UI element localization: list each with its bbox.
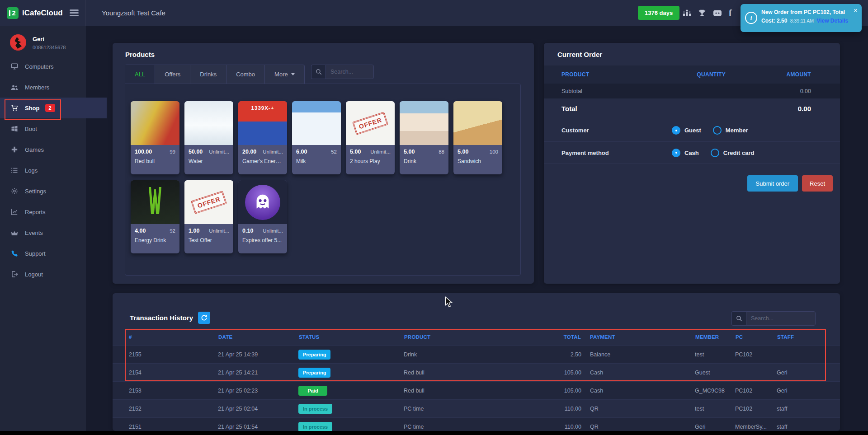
reset-button[interactable]: Reset: [802, 175, 833, 192]
product-image: [453, 101, 502, 145]
user-profile[interactable]: Geri 008612345678: [0, 26, 86, 51]
sidebar-item-logs[interactable]: Logs: [0, 160, 86, 181]
current-order-title: Current Order: [557, 51, 602, 58]
cell-id: 2152: [113, 400, 218, 418]
cell-pc: PC102: [735, 382, 777, 400]
product-card[interactable]: OFFER1.00Unlimit...Test Offer: [184, 180, 233, 253]
sidebar-item-settings[interactable]: Settings: [0, 181, 86, 201]
product-stock: 92: [170, 228, 175, 234]
cell-status: Paid: [298, 382, 404, 400]
refresh-button[interactable]: [198, 312, 210, 324]
product-card[interactable]: 6.0052Milk: [292, 101, 341, 174]
sidebar-item-support[interactable]: Support: [0, 243, 86, 264]
customer-option-member[interactable]: Member: [713, 126, 748, 135]
tab-more[interactable]: More: [265, 65, 304, 84]
cell-id: 2151: [113, 418, 218, 431]
view-details-link[interactable]: View Details: [816, 18, 848, 24]
product-image: 1339X-+: [238, 101, 287, 145]
settings-icon: [10, 187, 19, 195]
close-icon[interactable]: ✕: [854, 8, 858, 13]
cell-member: Geri: [695, 418, 735, 431]
cell-total: 2.50: [539, 346, 581, 364]
discord-icon[interactable]: [713, 9, 722, 17]
product-card[interactable]: 5.0088Drink: [400, 101, 448, 174]
product-card[interactable]: 50.00Unlimit...Water: [184, 101, 233, 174]
cell-total: 110.00: [539, 418, 581, 431]
column-quantity: QUANTITY: [666, 71, 756, 78]
sidebar-item-games[interactable]: Games: [0, 139, 86, 160]
product-stock: Unlimit...: [209, 228, 229, 234]
sidebar-menu: ComputersMembersShop2BootGamesLogsSettin…: [0, 56, 86, 285]
tab-drinks[interactable]: Drinks: [190, 65, 226, 84]
tab-all[interactable]: ALL: [125, 65, 155, 84]
ranking-icon[interactable]: [683, 9, 691, 17]
radio-unselected-icon[interactable]: [713, 126, 722, 135]
transaction-row[interactable]: 215121 Apr 25 01:54In processPC time110.…: [113, 418, 840, 431]
transaction-row[interactable]: 215521 Apr 25 14:39PreparingDrink2.50Bal…: [113, 346, 840, 364]
product-image: OFFER: [346, 101, 395, 145]
cell-member: Guest: [695, 364, 735, 382]
trophy-icon[interactable]: [698, 9, 706, 17]
product-name: Energy Drink: [135, 237, 175, 243]
radio-selected-icon[interactable]: [672, 126, 680, 135]
radio-unselected-icon[interactable]: [711, 149, 719, 157]
product-card[interactable]: 100.0099Red bull: [131, 101, 179, 174]
tab-offers[interactable]: Offers: [155, 65, 190, 84]
product-card[interactable]: 5.00100Sandwich: [453, 101, 502, 174]
sidebar-item-reports[interactable]: Reports: [0, 201, 86, 222]
product-card[interactable]: 1339X-+20.00Unlimit...Gamer's Energ...: [238, 101, 287, 174]
sidebar-item-label: Logout: [25, 271, 43, 278]
column-payment[interactable]: PAYMENT: [581, 328, 695, 346]
submit-order-button[interactable]: Submit order: [747, 175, 798, 192]
sidebar-item-boot[interactable]: Boot: [0, 118, 86, 139]
product-name: 2 hours Play: [350, 158, 391, 164]
tab-combo[interactable]: Combo: [226, 65, 265, 84]
column-date[interactable]: DATE: [218, 328, 298, 346]
sidebar-item-members[interactable]: Members: [0, 77, 86, 98]
payment-option-credit-card[interactable]: Credit card: [711, 149, 755, 157]
sidebar-item-computers[interactable]: Computers: [0, 56, 86, 77]
column-pc[interactable]: PC: [735, 328, 777, 346]
payment-option-cash[interactable]: Cash: [672, 149, 699, 157]
facebook-icon[interactable]: f: [729, 9, 732, 18]
column-total[interactable]: TOTAL: [539, 328, 581, 346]
topbar-icons: f: [683, 0, 732, 26]
sidebar-item-events[interactable]: Events: [0, 222, 86, 243]
logout-icon: [10, 271, 19, 278]
shop-icon: [10, 104, 19, 112]
transaction-history-panel: Transaction History #DATESTATUSPRODUCTTO…: [113, 293, 840, 431]
radio-selected-icon[interactable]: [672, 149, 680, 157]
product-name: Water: [189, 158, 229, 164]
product-card[interactable]: OFFER5.00Unlimit...2 hours Play: [346, 101, 395, 174]
brand-logo-icon: 2: [7, 7, 19, 19]
cell-id: 2155: [113, 346, 218, 364]
subscription-days-badge[interactable]: 1376 days: [638, 6, 679, 20]
subtotal-value: 0.00: [800, 88, 811, 94]
transaction-row[interactable]: 215321 Apr 25 02:23PaidRed bull105.00Cas…: [113, 382, 840, 400]
column-status[interactable]: STATUS: [298, 328, 404, 346]
cell-staff: staff: [777, 400, 840, 418]
bottom-strip: [0, 431, 868, 435]
product-card[interactable]: 0.10Unlimit...Expires offer 5...: [238, 180, 287, 253]
product-stock: Unlimit...: [370, 149, 391, 154]
products-search-input[interactable]: [326, 65, 374, 79]
product-name: Milk: [296, 158, 337, 164]
sidebar-item-logout[interactable]: Logout: [0, 264, 86, 285]
transactions-search-input[interactable]: [746, 311, 816, 326]
cell-total: 105.00: [539, 364, 581, 382]
product-stock: 52: [331, 149, 337, 154]
info-icon: i: [745, 12, 757, 24]
product-card[interactable]: 4.0092Energy Drink: [131, 180, 179, 253]
sidebar-item-shop[interactable]: Shop2: [0, 98, 107, 118]
column-product[interactable]: PRODUCT: [404, 328, 539, 346]
product-image: OFFER: [184, 180, 233, 224]
customer-option-guest[interactable]: Guest: [672, 126, 701, 135]
hamburger-menu-icon[interactable]: [70, 8, 79, 18]
column-member[interactable]: MEMBER: [695, 328, 735, 346]
chevron-down-icon: [291, 73, 295, 75]
column-staff[interactable]: STAFF: [777, 328, 840, 346]
column-id[interactable]: #: [113, 328, 218, 346]
transaction-row[interactable]: 215221 Apr 25 02:04In processPC time110.…: [113, 400, 840, 418]
transaction-row[interactable]: 215421 Apr 25 14:21PreparingRed bull105.…: [113, 364, 840, 382]
brand-name: iCafeCloud: [22, 9, 63, 18]
